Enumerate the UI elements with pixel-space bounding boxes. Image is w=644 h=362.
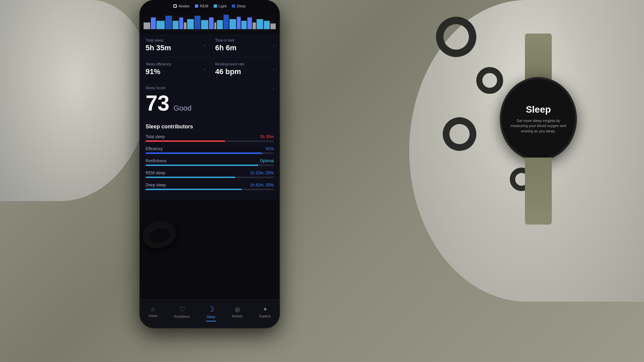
watch-band-bottom [525, 158, 552, 225]
smartwatch-container: Sleep Get more sleep insights by measuri… [500, 77, 577, 161]
sleep-icon: ☽ [208, 305, 214, 314]
watch-band-top [525, 34, 552, 80]
nav-activity[interactable]: ◎ Activity [232, 306, 243, 318]
contributor-restfulness-value: Optimal [260, 159, 274, 163]
contributor-total-sleep-bar-bg [146, 140, 274, 142]
svg-rect-3 [165, 16, 172, 29]
contributor-total-sleep-bar-fill [146, 140, 225, 142]
legend-light: Light [214, 4, 227, 8]
sleep-chart-svg [144, 11, 276, 29]
nav-home-label: Home [149, 314, 158, 318]
contributors-section: Sleep contributors Total sleep 5h 35m [140, 119, 279, 199]
contributor-efficiency: Efficiency 91% [146, 146, 274, 154]
contributor-total-sleep: Total sleep 5h 35m [146, 134, 274, 142]
resting-hr-label: Resting heart rate [215, 62, 274, 66]
contributor-rem-sleep-bar-fill [146, 177, 235, 178]
deep-label: Deep [237, 4, 246, 8]
svg-rect-19 [257, 19, 263, 29]
contributor-efficiency-name: Efficiency [146, 146, 163, 151]
svg-rect-18 [253, 22, 256, 29]
contributor-efficiency-value: 91% [266, 146, 274, 151]
total-sleep-label: Total sleep [146, 38, 204, 42]
watch-body: Sleep Get more sleep insights by measuri… [500, 77, 577, 161]
sleep-efficiency-label: Sleep efficiency [146, 62, 204, 66]
contributor-rem-sleep-value: 1h 22m, 25% [250, 171, 274, 175]
contributor-restfulness: Restfulness Optimal [146, 159, 274, 166]
time-in-bed-arrow: › [273, 43, 275, 48]
legend-deep: Deep [232, 4, 246, 8]
deep-dot [232, 4, 235, 8]
svg-rect-11 [214, 22, 216, 29]
svg-rect-2 [156, 21, 165, 29]
readiness-icon: ♡ [179, 305, 185, 313]
light-dot [214, 4, 217, 8]
sleep-chart [144, 11, 276, 31]
contributor-rem-sleep-header: REM sleep 1h 22m, 25% [146, 171, 274, 175]
resting-hr-arrow: › [273, 66, 275, 72]
nav-explore[interactable]: ✦ Explore [259, 306, 271, 318]
contributor-efficiency-bar-bg [146, 153, 274, 154]
nav-explore-label: Explore [259, 314, 271, 318]
stats-grid: Total sleep 5h 35m › Time in bed 6h 6m ›… [140, 34, 279, 81]
nav-home[interactable]: ⌂ Home [149, 306, 158, 318]
time-in-bed-card[interactable]: Time in bed 6h 6m › [210, 34, 279, 57]
rem-dot [195, 4, 198, 8]
phone-screen: Awake REM Light Deep [140, 0, 279, 327]
bottom-nav: ⌂ Home ♡ Readiness ☽ Sleep ◎ Activity [140, 299, 279, 327]
svg-rect-17 [247, 17, 252, 29]
contributor-deep-sleep-name: Deep sleep [146, 183, 166, 187]
nav-sleep-label: Sleep [207, 315, 215, 319]
contributor-deep-sleep: Deep sleep 1h 42m, 30% [146, 183, 274, 190]
sleep-score-header: Sleep Score [146, 86, 274, 90]
watch-subtitle: Get more sleep insights by measuring you… [508, 118, 568, 134]
nav-readiness-label: Readiness [174, 315, 190, 318]
light-label: Light [219, 4, 227, 8]
explore-icon: ✦ [263, 306, 268, 313]
svg-rect-8 [195, 16, 201, 29]
contributor-deep-sleep-bar-bg [146, 189, 274, 190]
sleep-score-value: 73 Good [146, 93, 274, 114]
watch-title: Sleep [526, 104, 551, 115]
svg-rect-9 [201, 20, 208, 29]
contributor-deep-sleep-header: Deep sleep 1h 42m, 30% [146, 183, 274, 187]
legend-awake: Awake [173, 4, 190, 8]
svg-rect-4 [173, 21, 179, 29]
svg-rect-14 [229, 19, 236, 29]
watch-screen: Sleep Get more sleep insights by measuri… [502, 79, 575, 159]
legend-rem: REM [195, 4, 208, 8]
total-sleep-card[interactable]: Total sleep 5h 35m › [140, 34, 210, 57]
sleep-legend: Awake REM Light Deep [140, 0, 279, 11]
svg-rect-0 [144, 22, 150, 29]
contributor-deep-sleep-bar-fill [146, 189, 242, 190]
awake-dot [173, 4, 177, 8]
sleep-efficiency-value: 91% [146, 67, 204, 76]
contributor-efficiency-bar-fill [146, 153, 262, 154]
contributors-title: Sleep contributors [146, 124, 274, 130]
svg-rect-20 [264, 21, 270, 29]
sleep-efficiency-arrow: › [204, 66, 206, 72]
contributor-total-sleep-value: 5h 35m [260, 134, 274, 139]
svg-rect-21 [270, 23, 276, 29]
sleep-efficiency-card[interactable]: Sleep efficiency 91% › [140, 57, 210, 81]
resting-hr-card[interactable]: Resting heart rate 46 bpm › [210, 57, 279, 81]
sleep-score-arrow: › [273, 86, 274, 91]
app-content: Awake REM Light Deep [140, 0, 279, 327]
contributor-rem-sleep-bar-bg [146, 177, 274, 178]
nav-readiness[interactable]: ♡ Readiness [174, 305, 190, 318]
sleep-score-section[interactable]: › Sleep Score 73 Good [140, 81, 279, 119]
svg-rect-15 [237, 17, 241, 29]
activity-icon: ◎ [235, 306, 240, 313]
nav-sleep[interactable]: ☽ Sleep [207, 305, 215, 319]
contributor-rem-sleep: REM sleep 1h 22m, 25% [146, 171, 274, 178]
resting-hr-value: 46 bpm [215, 67, 274, 76]
total-sleep-arrow: › [204, 43, 206, 48]
contributor-total-sleep-header: Total sleep 5h 35m [146, 134, 274, 139]
pillow-swirl [476, 67, 503, 94]
svg-rect-5 [179, 17, 183, 29]
contributor-total-sleep-name: Total sleep [146, 134, 165, 139]
contributor-deep-sleep-value: 1h 42m, 30% [250, 183, 274, 187]
time-in-bed-value: 6h 6m [215, 44, 274, 52]
contributor-restfulness-bar-bg [146, 165, 274, 166]
pillow-swirl [438, 113, 481, 156]
total-sleep-value: 5h 35m [146, 44, 204, 52]
